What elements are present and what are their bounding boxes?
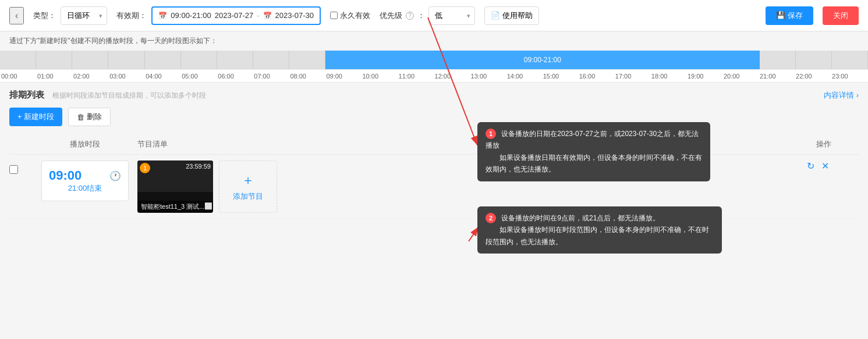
priority-group: 优先级 ? ： 低 bbox=[380, 6, 475, 25]
validity-label: 有效期： bbox=[116, 10, 147, 21]
row-actions: ↻ ✕ bbox=[789, 160, 847, 172]
page-wrapper: ‹ 类型： 日循环 有效期： 📅 09:00-21:00 2023-07-27 … bbox=[0, 0, 868, 339]
timeline-cell-10 bbox=[362, 51, 398, 69]
section-header: 排期列表 根据时间段添加节目组成排期，可以添加多个时段 内容详情 › bbox=[9, 90, 859, 101]
col-check-header bbox=[9, 139, 33, 149]
timeline-cell-17 bbox=[615, 51, 651, 69]
timeline-cell-13 bbox=[470, 51, 506, 69]
main-content: 排期列表 根据时间段添加节目组成排期，可以添加多个时段 内容详情 › + 新建时… bbox=[0, 83, 868, 226]
plus-icon: ＋ bbox=[242, 172, 254, 189]
timeline-label-0: 00:00 bbox=[0, 70, 36, 82]
section-title-group: 排期列表 根据时间段添加节目组成排期，可以添加多个时段 bbox=[9, 90, 206, 101]
timeline-label-19: 19:00 bbox=[686, 70, 722, 82]
priority-select-wrapper: 低 bbox=[428, 6, 475, 25]
timeline-cell-21 bbox=[760, 51, 796, 69]
timeline-label-16: 16:00 bbox=[578, 70, 614, 82]
timeline-cell-14 bbox=[506, 51, 543, 69]
timeline-label-21: 21:00 bbox=[759, 70, 795, 82]
timeline-label-10: 10:00 bbox=[361, 70, 397, 82]
timeline-cell-12 bbox=[434, 51, 470, 69]
refresh-icon[interactable]: ↻ bbox=[807, 160, 814, 172]
forever-check-group: 永久有效 bbox=[330, 10, 370, 21]
media-badge: 1 bbox=[140, 163, 150, 173]
media-thumb[interactable]: 1 23:59:59 智能柜test11_3 测试... ⬜ bbox=[137, 160, 213, 213]
priority-colon: ： bbox=[417, 10, 425, 21]
media-copy-icon: ⬜ bbox=[204, 202, 212, 211]
save-button[interactable]: 💾 保存 bbox=[766, 6, 813, 25]
row-actions-cell: ↻ ✕ bbox=[789, 160, 859, 172]
timeline-cell-18 bbox=[651, 51, 687, 69]
tooltip-2-num: 2 bbox=[486, 213, 496, 223]
row-checkbox[interactable] bbox=[9, 165, 18, 174]
priority-label: 优先级 bbox=[380, 10, 402, 21]
timeline-label-5: 05:00 bbox=[180, 70, 217, 82]
calendar-icon-end: 📅 bbox=[263, 12, 272, 20]
type-field-group: 类型： 日循环 bbox=[33, 6, 107, 25]
validity-field-group: 有效期： 📅 09:00-21:00 2023-07-27 - 📅 2023-0… bbox=[116, 6, 321, 25]
timeline-cell-5 bbox=[181, 51, 217, 69]
type-select-wrapper: 日循环 bbox=[61, 6, 107, 25]
action-bar: + 新建时段 🗑 删除 bbox=[9, 108, 859, 126]
timeline-label-4: 04:00 bbox=[144, 70, 180, 82]
forever-checkbox[interactable] bbox=[330, 12, 338, 19]
tooltip-2: 2 设备播放的时间在9点前，或21点后，都无法播放。 如果设备播放时间在时段范围… bbox=[477, 206, 722, 254]
timeline-label-13: 13:00 bbox=[470, 70, 506, 82]
close-button[interactable]: 关闭 bbox=[823, 6, 859, 25]
row-delete-icon[interactable]: ✕ bbox=[821, 160, 829, 172]
table-header: 播放时段 节目清单 操作 bbox=[9, 134, 859, 155]
priority-help-icon[interactable]: ? bbox=[406, 12, 414, 20]
delete-button[interactable]: 🗑 删除 bbox=[68, 108, 111, 126]
timeline-label-23: 23:00 bbox=[831, 70, 867, 82]
help-label: 使用帮助 bbox=[502, 10, 533, 21]
section-subtitle: 根据时间段添加节目组成排期，可以添加多个时段 bbox=[52, 91, 206, 99]
tooltip-1-line1: 设备播放的日期在2023-07-27之前，或2023-07-30之后，都无法播放 bbox=[486, 130, 699, 149]
timeline-label-12: 12:00 bbox=[434, 70, 470, 82]
hint-text: 通过下方"新建时段"创建不同的播放时段，每一天的时段图示如下： bbox=[9, 37, 217, 45]
timeline-label-9: 09:00 bbox=[325, 70, 361, 82]
date-start-value: 2023-07-27 bbox=[215, 11, 254, 20]
time-start: 09:00 bbox=[49, 168, 82, 183]
timeline-cell-7 bbox=[253, 51, 289, 69]
calendar-icon-start: 📅 bbox=[158, 12, 167, 20]
priority-select[interactable]: 低 bbox=[428, 6, 475, 25]
timeline-cell-2 bbox=[72, 51, 108, 69]
timeline-label-8: 08:00 bbox=[289, 70, 325, 82]
save-label: 保存 bbox=[788, 10, 803, 21]
back-button[interactable]: ‹ bbox=[9, 7, 24, 24]
timeline-label-18: 18:00 bbox=[650, 70, 686, 82]
timeline-cell-19 bbox=[687, 51, 723, 69]
timeline-cell-9 bbox=[325, 51, 362, 69]
timeline-cell-15 bbox=[543, 51, 579, 69]
date-range-box[interactable]: 📅 09:00-21:00 2023-07-27 - 📅 2023-07-30 bbox=[151, 6, 321, 25]
tooltip-1-num: 1 bbox=[486, 129, 496, 139]
timeline-cell-23 bbox=[832, 51, 868, 69]
tooltip-1: 1 设备播放的日期在2023-07-27之前，或2023-07-30之后，都无法… bbox=[477, 122, 710, 181]
timeline-label-6: 06:00 bbox=[217, 70, 253, 82]
type-select[interactable]: 日循环 bbox=[61, 6, 107, 25]
tooltip-2-line2: 如果设备播放时间在时段范围内，但设备本身的时间不准确，不在时段范围内，也无法播放… bbox=[486, 226, 709, 245]
timeline-label-20: 20:00 bbox=[722, 70, 759, 82]
trash-icon: 🗑 bbox=[77, 113, 84, 122]
content-detail-link[interactable]: 内容详情 › bbox=[824, 90, 859, 101]
timeline-container: 09:00-21:00 00:0001:0002:0003:0004:0005:… bbox=[0, 51, 868, 83]
add-media-label: 添加节目 bbox=[233, 191, 263, 202]
row-checkbox-cell bbox=[9, 160, 33, 174]
help-button[interactable]: 📄 使用帮助 bbox=[484, 6, 539, 25]
timeline-cell-8 bbox=[289, 51, 325, 69]
col-time-header: 播放时段 bbox=[33, 139, 137, 149]
tooltip-2-line1: 设备播放的时间在9点前，或21点后，都无法播放。 bbox=[501, 214, 660, 222]
save-icon: 💾 bbox=[776, 11, 785, 20]
timeline-cell-11 bbox=[398, 51, 434, 69]
table-row: 09:00 🕐 21:00结束 1 23:59:59 智能柜test11_3 测… bbox=[9, 155, 859, 219]
timeline-label-row: 00:0001:0002:0003:0004:0005:0006:0007:00… bbox=[0, 69, 868, 82]
add-media-button[interactable]: ＋ 添加节目 bbox=[219, 160, 277, 213]
top-bar: ‹ 类型： 日循环 有效期： 📅 09:00-21:00 2023-07-27 … bbox=[0, 0, 868, 31]
timeline-row: 09:00-21:00 bbox=[0, 51, 868, 69]
delete-label: 删除 bbox=[87, 112, 102, 122]
tooltip-1-line2: 如果设备播放日期在有效期内，但设备本身的时间不准确，不在有效期内，也无法播放。 bbox=[486, 154, 702, 173]
timeline-label-2: 02:00 bbox=[72, 70, 108, 82]
section-title: 排期列表 bbox=[9, 90, 44, 99]
timeline-label-7: 07:00 bbox=[253, 70, 289, 82]
add-timeslot-button[interactable]: + 新建时段 bbox=[9, 108, 62, 126]
timeline-cell-3 bbox=[108, 51, 144, 69]
